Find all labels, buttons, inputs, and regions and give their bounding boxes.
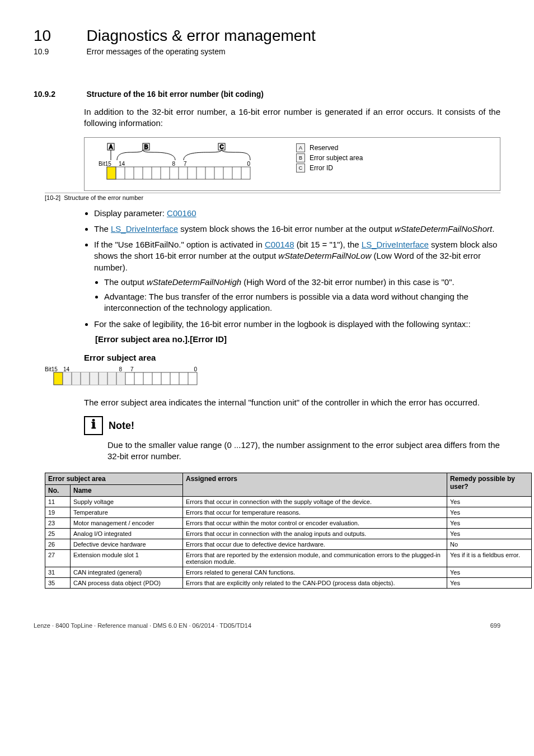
link-c00160[interactable]: C00160 xyxy=(167,208,196,218)
note-title: Note! xyxy=(109,420,134,432)
svg-rect-35 xyxy=(63,372,125,385)
syntax-format: [Error subject area no.].[Error ID] xyxy=(95,334,227,344)
cell-assigned-errors: Errors that are explicitly only related … xyxy=(183,577,447,588)
subsection-number: 10.9.2 xyxy=(34,90,84,99)
th-assigned-errors: Assigned errors xyxy=(183,473,447,496)
subheading-error-subject-area: Error subject area xyxy=(84,353,500,362)
bit15-label: Bit15 xyxy=(99,161,111,167)
figure-error-number-structure: A B C Bit15 14 8 7 xyxy=(84,137,500,191)
table-row: 27Extension module slot 1Errors that are… xyxy=(45,549,532,567)
cell-remedy: No xyxy=(447,539,532,549)
table-row: 31CAN integrated (general)Errors related… xyxy=(45,567,532,577)
figure-caption: [10-2] Structure of the error number xyxy=(45,193,500,201)
svg-text:0: 0 xyxy=(194,366,197,372)
cell-assigned-errors: Errors that occur within the motor contr… xyxy=(183,517,447,528)
note-box: ℹ Note! Due to the smaller value range (… xyxy=(84,416,500,463)
svg-rect-12 xyxy=(107,167,116,179)
cell-name: Temperature xyxy=(71,507,183,517)
cell-name: CAN process data object (PDO) xyxy=(71,577,183,588)
th-remedy: Remedy possible by user? xyxy=(447,473,532,496)
page-footer: Lenze · 8400 TopLine · Reference manual … xyxy=(34,622,500,629)
info-icon: ℹ xyxy=(84,416,103,435)
cell-remedy: Yes if it is a fieldbus error. xyxy=(447,549,532,567)
bullet-driveinterface-short: The LS_DriveInterface system block shows… xyxy=(94,223,500,235)
note-body: Due to the smaller value range (0 ...127… xyxy=(107,440,500,463)
esa-bit-diagram: Bit15 14 8 7 0 xyxy=(45,366,500,393)
svg-text:0: 0 xyxy=(247,161,250,167)
section-title: Error messages of the operating system xyxy=(86,47,225,56)
cell-no: 35 xyxy=(45,577,71,588)
cell-remedy: Yes xyxy=(447,528,532,539)
legend-box-c: C xyxy=(296,164,305,172)
bullet-high-word-zero: The output wStateDetermFailNoHigh (High … xyxy=(104,277,500,288)
svg-text:7: 7 xyxy=(130,366,134,372)
svg-text:14: 14 xyxy=(119,161,125,167)
legend-text-subject-area: Error subject area xyxy=(310,154,363,162)
cell-no: 26 xyxy=(45,539,71,549)
svg-text:8: 8 xyxy=(172,161,175,167)
bullet-list: Display parameter: C00160 The LS_DriveIn… xyxy=(84,208,500,330)
subsection-header: 10.9.2 Structure of the 16 bit error num… xyxy=(34,90,500,100)
th-no: No. xyxy=(45,484,71,496)
cell-name: Supply voltage xyxy=(71,496,183,507)
cell-remedy: Yes xyxy=(447,517,532,528)
cell-no: 11 xyxy=(45,496,71,507)
table-row: 26Defective device hardwareErrors that o… xyxy=(45,539,532,549)
cell-name: Defective device hardware xyxy=(71,539,183,549)
cell-no: 19 xyxy=(45,507,71,517)
svg-text:C: C xyxy=(219,144,223,150)
cell-assigned-errors: Errors related to general CAN functions. xyxy=(183,567,447,577)
svg-rect-34 xyxy=(54,372,63,385)
esa-description: The error subject area indicates the int… xyxy=(84,397,500,408)
cell-assigned-errors: Errors that are reported by the extensio… xyxy=(183,549,447,567)
cell-no: 23 xyxy=(45,517,71,528)
link-ls-driveinterface-2[interactable]: LS_DriveInterface xyxy=(362,240,429,249)
cell-assigned-errors: Errors that occur in connection with the… xyxy=(183,496,447,507)
svg-text:A: A xyxy=(109,144,113,150)
cell-no: 25 xyxy=(45,528,71,539)
section-number: 10.9 xyxy=(34,47,84,56)
bullet-display-parameter: Display parameter: C00160 xyxy=(94,208,500,219)
subsection-title: Structure of the 16 bit error number (bi… xyxy=(86,90,264,99)
cell-name: Extension module slot 1 xyxy=(71,549,183,567)
intro-paragraph: In addition to the 32-bit error number, … xyxy=(84,106,500,129)
svg-text:Bit15: Bit15 xyxy=(45,366,58,372)
cell-name: Analog I/O integrated xyxy=(71,528,183,539)
link-ls-driveinterface-1[interactable]: LS_DriveInterface xyxy=(111,224,178,234)
svg-text:B: B xyxy=(144,144,148,150)
cell-remedy: Yes xyxy=(447,507,532,517)
legend-box-b: B xyxy=(296,153,305,162)
cell-remedy: Yes xyxy=(447,496,532,507)
cell-name: Motor management / encoder xyxy=(71,517,183,528)
footer-page-number: 699 xyxy=(490,622,500,629)
separator-line: _ _ _ _ _ _ _ _ _ _ _ _ _ _ _ _ _ _ _ _ … xyxy=(34,71,500,80)
link-c00148[interactable]: C00148 xyxy=(265,240,294,249)
cell-assigned-errors: Errors that occur in connection with the… xyxy=(183,528,447,539)
svg-text:14: 14 xyxy=(63,366,70,372)
cell-no: 31 xyxy=(45,567,71,577)
chapter-title: Diagnostics & error management xyxy=(86,27,315,45)
table-row: 11Supply voltageErrors that occur in con… xyxy=(45,496,532,507)
table-row: 23Motor management / encoderErrors that … xyxy=(45,517,532,528)
legend-text-reserved: Reserved xyxy=(310,144,338,152)
th-name: Name xyxy=(71,484,183,496)
table-row: 19TemperatureErrors that occur for tempe… xyxy=(45,507,532,517)
svg-text:8: 8 xyxy=(119,366,122,372)
cell-no: 27 xyxy=(45,549,71,567)
cell-name: CAN integrated (general) xyxy=(71,567,183,577)
cell-remedy: Yes xyxy=(447,577,532,588)
cell-remedy: Yes xyxy=(447,567,532,577)
svg-text:7: 7 xyxy=(184,161,187,167)
chapter-number: 10 xyxy=(34,27,84,45)
cell-assigned-errors: Errors that occur for temperature reason… xyxy=(183,507,447,517)
bullet-advantage: Advantage: The bus transfer of the error… xyxy=(104,291,500,314)
error-subject-area-table: Error subject area Assigned errors Remed… xyxy=(45,473,532,589)
table-row: 35CAN process data object (PDO)Errors th… xyxy=(45,577,532,588)
cell-assigned-errors: Errors that occur due to defective devic… xyxy=(183,539,447,549)
bullet-16bitfailno: If the "Use 16BitFailNo." option is acti… xyxy=(94,239,500,314)
chapter-header: 10 Diagnostics & error management 10.9 E… xyxy=(34,27,500,57)
bit-diagram-svg: A B C Bit15 14 8 7 xyxy=(92,143,266,183)
th-error-subject-area: Error subject area xyxy=(45,473,183,484)
footer-left: Lenze · 8400 TopLine · Reference manual … xyxy=(34,622,251,629)
bullet-legibility: For the sake of legibility, the 16-bit e… xyxy=(94,319,500,330)
